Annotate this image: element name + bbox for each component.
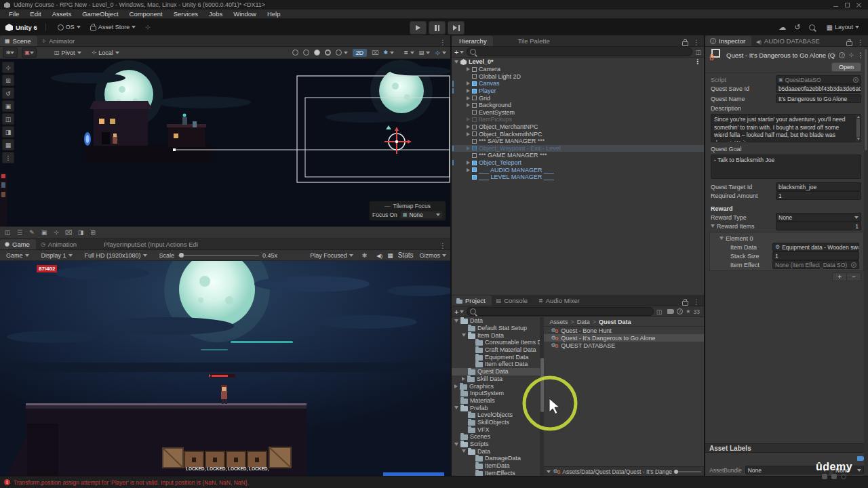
tree-folder[interactable]: Prefab [452,404,540,411]
kebab-menu-icon[interactable]: ⋮ [693,39,700,46]
open-in-search-icon[interactable]: ◫ [656,308,663,315]
tab-audio-mixer[interactable]: ≣Audio Mixer [534,296,586,306]
frame-debugger-icon[interactable]: ✱ [362,252,368,259]
hierarchy-item[interactable]: Global Light 2D [452,73,704,81]
tree-folder[interactable]: SkillObjects [452,419,540,426]
tree-folder[interactable]: Default Stat Setup [452,325,540,332]
maximize-icon[interactable] [845,3,850,7]
menu-jobs[interactable]: Jobs [204,10,227,18]
pivot-dropdown[interactable]: ◫Pivot [51,49,85,57]
breadcrumb-assets[interactable]: Assets [549,319,568,325]
lock-icon[interactable] [682,41,688,46]
2d-mode-toggle[interactable]: 2D [353,49,368,57]
add-element-button[interactable]: + [832,272,847,281]
tree-folder[interactable]: Graphics [452,382,540,390]
breadcrumb-data[interactable]: Data [577,319,590,325]
scale-tool-button[interactable]: ▣ [2,100,14,112]
pause-button[interactable] [429,21,446,35]
breadcrumb-quest-data[interactable]: Quest Data [599,319,631,325]
tab-audio-database[interactable]: ◀)AUDIO DATABASE [751,36,826,46]
tile-extra-tool-icon[interactable]: ⊞ [88,228,98,237]
kebab-menu-icon[interactable]: ⋮ [439,39,446,46]
audio-toggle-icon[interactable] [336,49,348,56]
tile-select-tool-icon[interactable]: ◫ [3,228,12,237]
play-button[interactable] [410,21,427,35]
hierarchy-item[interactable]: Grid [452,94,704,102]
hierarchy-item[interactable]: Object_Waypoint - Exit - Level [452,145,704,152]
snap-increment-dropdown[interactable]: ▣ [22,47,37,58]
asset-file[interactable]: ⚙{}Quest - Bone Hunt [544,327,704,334]
hierarchy-item[interactable]: *** GAME MANAGER *** [452,152,704,159]
tile-move-tool-icon[interactable]: ☰ [15,228,24,237]
tree-folder[interactable]: Data [452,447,540,455]
search-icon[interactable] [809,24,815,30]
icon-size-slider[interactable] [674,471,701,472]
item-effect-field[interactable]: None (Item Effect_Data SO) [772,260,859,269]
tab-hierarchy[interactable]: Hierarchy [452,36,493,46]
hierarchy-item[interactable]: *** SAVE MANAGER *** [452,138,704,145]
tree-folder[interactable]: DamageData [452,455,540,462]
stack-size-field[interactable]: 1 [772,251,859,260]
tree-folder[interactable]: Skill Data [452,375,540,383]
view-tool-button[interactable]: ⊹ [2,62,14,73]
tree-folder[interactable]: Scripts [452,441,540,448]
tree-folder[interactable]: VFX [452,426,540,433]
foldout-icon[interactable] [454,60,458,64]
kebab-menu-icon[interactable]: ⋮ [694,58,704,65]
menu-assets[interactable]: Assets [47,10,77,18]
kebab-menu-icon[interactable]: ⋮ [857,39,864,46]
search-by-label-icon[interactable] [667,309,674,314]
hierarchy-item[interactable]: Camera [452,66,704,73]
shaded-mode-icon[interactable] [314,49,320,56]
preset-icon[interactable]: ⊹ [848,52,854,58]
project-search-input[interactable] [467,307,653,316]
focus-on-dropdown[interactable]: ▦ None [400,211,443,219]
kebab-menu-icon[interactable]: ⋮ [693,298,700,306]
required-amount-field[interactable]: 1 [776,191,861,200]
menu-component[interactable]: Component [125,10,167,18]
favorites-icon[interactable]: ★ [686,308,690,314]
hierarchy-item[interactable]: Background [452,102,704,109]
open-button[interactable]: Open [831,62,861,72]
tile-picker-tool-icon[interactable]: ⊹ [52,228,61,237]
hierarchy-item[interactable]: Object_MerchantNPC [452,123,704,131]
version-control-icon[interactable]: ⊹ [142,22,154,32]
custom-tool-button[interactable]: ▦ [2,139,14,150]
hierarchy-item[interactable]: Player [452,87,704,95]
hierarchy-item[interactable]: Object_Teleport [452,159,704,167]
os-dropdown[interactable]: OS [54,22,84,32]
tile-eraser-tool-icon[interactable]: ⌧ [64,228,73,237]
menu-file[interactable]: File [4,10,24,18]
display-dropdown[interactable]: Display 1 [38,251,76,260]
reward-type-dropdown[interactable]: None [776,213,861,222]
asset-file[interactable]: ⚙{}QUEST DATABASE [544,342,704,349]
hierarchy-item[interactable]: ItemPickups [452,116,704,123]
cloud-icon[interactable]: ☁ [778,23,786,32]
hierarchy-item[interactable]: ___ LEVEL MANAGER ___ [452,174,704,181]
reward-items-foldout[interactable]: Reward Items [711,223,776,230]
rect-tool-button[interactable]: ◫ [2,113,14,125]
quest-name-field[interactable]: It's Dangerous to Go Alone [776,94,861,103]
step-button[interactable] [448,21,465,35]
lock-icon[interactable] [682,301,688,306]
play-focused-dropdown[interactable]: Play Focused [307,251,357,260]
scale-slider[interactable]: Scale 0.45x [156,251,281,260]
game-display-mode-dropdown[interactable]: Game [3,251,33,260]
tree-folder[interactable]: Craft Material Data [452,346,540,354]
tab-game[interactable]: Game [0,239,36,249]
hierarchy-item[interactable]: Object_BlacksmithNPC [452,130,704,138]
quest-target-id-field[interactable]: blacksmith_joe [776,182,861,191]
effects-dropdown[interactable]: ✱ [383,49,394,56]
object-picker-icon[interactable] [851,262,856,268]
tab-tile-palette[interactable]: Tile Palette [513,36,556,46]
camera-settings-icon[interactable] [303,49,309,56]
hierarchy-root-row[interactable]: Level_0* ⋮ [452,58,704,66]
lock-icon[interactable] [846,41,852,46]
close-icon[interactable] [856,3,861,7]
stats-button[interactable]: Stats [398,251,414,259]
tree-folder[interactable]: Consumable Items Data [452,339,540,346]
asset-labels-header[interactable]: Asset Labels [705,443,868,453]
layout-dropdown[interactable]: ▦Layout [823,22,863,33]
cut-tool-icon[interactable]: ⌧ [372,49,378,56]
window-overlay-icon[interactable]: ◫ [695,49,701,56]
